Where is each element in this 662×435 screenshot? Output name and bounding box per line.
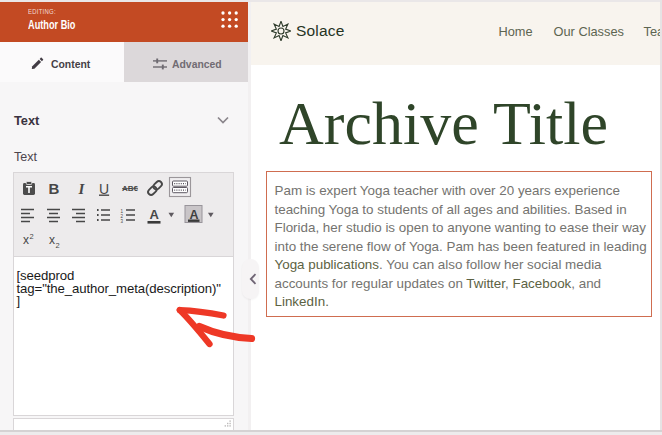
svg-text:I: I [78,181,86,197]
svg-text:B: B [49,180,60,197]
svg-text:AB€: AB€ [122,184,139,193]
svg-text:x: x [49,233,55,247]
svg-text:2: 2 [30,232,34,241]
svg-text:A: A [150,207,160,222]
svg-text:U: U [99,181,109,197]
svg-text:3: 3 [121,219,124,224]
svg-text:2: 2 [56,241,60,250]
svg-text:A: A [190,208,199,222]
svg-text:x: x [23,233,29,247]
